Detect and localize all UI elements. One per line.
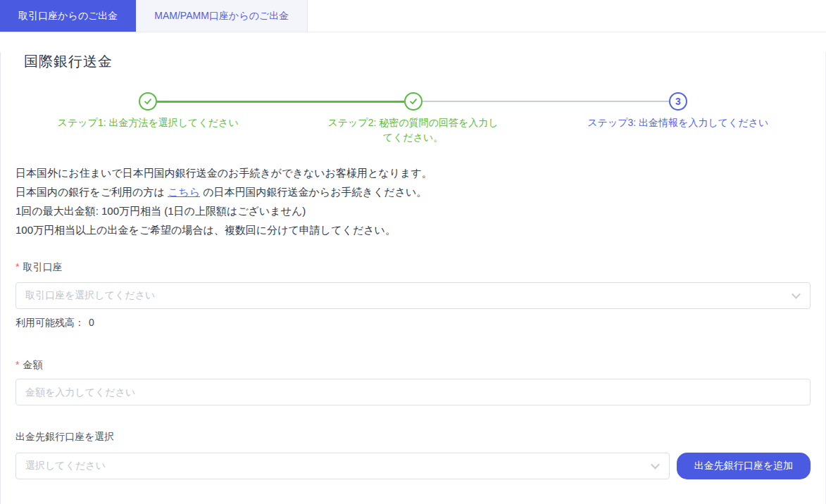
step-3-label: ステップ3: 出金情報を入力してください: [546, 115, 811, 130]
instruction-line-4: 100万円相当以上の出金をご希望の場合は、複数回に分けて申請してください。: [15, 220, 811, 239]
instruction-line-2-prefix: 日本国内の銀行をご利用の方は: [15, 186, 168, 198]
step-2-left-connector: [280, 101, 403, 103]
step-1-check-icon: [139, 92, 157, 111]
trading-account-placeholder: 取引口座を選択してください: [25, 289, 155, 302]
instruction-line-2: 日本国内の銀行をご利用の方は こちら の日本円国内銀行送金からお手続きください。: [15, 182, 811, 201]
step-1-right-connector: [157, 101, 280, 103]
amount-label: *金額: [15, 359, 811, 372]
international-bank-transfer-card: 国際銀行送金 ステップ1: 出金方法を選択してください: [0, 52, 826, 504]
instruction-line-2-suffix: の日本円国内銀行送金からお手続きください。: [200, 186, 427, 198]
step-2: ステップ2: 秘密の質問の回答を入力してください。: [280, 92, 545, 145]
withdrawal-stepper: ステップ1: 出金方法を選択してください ステップ2: 秘密の質問の回答を入力し…: [15, 92, 811, 145]
trading-account-label-text: 取引口座: [23, 261, 62, 272]
instruction-line-1: 日本国外にお住まいで日本円国内銀行送金のお手続きができないお客様用となります。: [15, 163, 811, 182]
bank-account-placeholder: 選択してください: [25, 460, 106, 472]
step-1-label: ステップ1: 出金方法を選択してください: [15, 115, 280, 130]
required-asterisk: *: [15, 261, 19, 272]
required-asterisk: *: [15, 359, 19, 370]
page-title: 国際銀行送金: [24, 52, 802, 71]
available-balance-value: 0: [89, 317, 94, 328]
tab-trading-account-withdrawal[interactable]: 取引口座からのご出金: [0, 0, 136, 32]
step-3-number-badge: 3: [669, 92, 687, 111]
chevron-down-icon: [651, 460, 660, 470]
available-balance-label: 利用可能残高：: [15, 317, 85, 328]
amount-input[interactable]: [15, 379, 811, 405]
add-bank-account-button[interactable]: 出金先銀行口座を追加: [677, 453, 811, 479]
chevron-down-icon: [791, 290, 801, 299]
amount-label-text: 金額: [23, 359, 42, 370]
step-2-label: ステップ2: 秘密の質問の回答を入力してください。: [325, 115, 501, 145]
trading-account-select[interactable]: 取引口座を選択してください: [15, 282, 811, 309]
instruction-line-3: 1回の最大出金額: 100万円相当 (1日の上限額はございません): [15, 201, 811, 220]
tab-mam-pamm-withdrawal[interactable]: MAM/PAMM口座からのご出金: [136, 0, 308, 32]
bank-account-row: 選択してください 出金先銀行口座を追加: [15, 453, 811, 479]
step-2-check-icon: [404, 92, 423, 111]
withdrawal-tab-bar: 取引口座からのご出金 MAM/PAMM口座からのご出金: [0, 0, 826, 32]
step-2-right-connector: [423, 101, 546, 102]
bank-account-select[interactable]: 選択してください: [15, 453, 670, 479]
step-3: 3 ステップ3: 出金情報を入力してください: [546, 92, 811, 145]
available-balance: 利用可能残高：0: [15, 317, 811, 329]
trading-account-label: *取引口座: [15, 261, 811, 274]
step-1: ステップ1: 出金方法を選択してください: [15, 92, 280, 145]
step-3-left-connector: [546, 101, 669, 102]
withdrawal-instructions: 日本国外にお住まいで日本円国内銀行送金のお手続きができないお客様用となります。 …: [15, 163, 811, 239]
bank-account-label: 出金先銀行口座を選択: [15, 431, 811, 443]
domestic-transfer-link[interactable]: こちら: [168, 186, 200, 198]
